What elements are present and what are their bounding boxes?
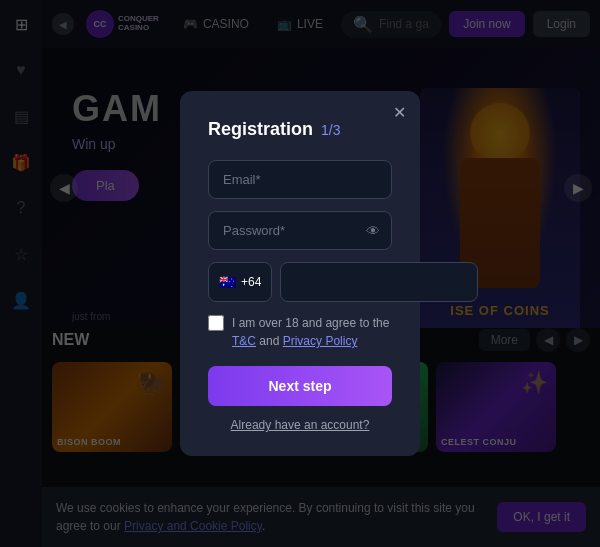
agree-text: I am over 18 and agree to the T&C and Pr…: [232, 314, 392, 350]
agree-message: I am over 18 and agree to the: [232, 316, 389, 330]
modal-step: 1/3: [321, 122, 340, 138]
phone-row: 🇦🇺 +64: [208, 262, 392, 302]
modal-overlay: ✕ Registration 1/3 👁 🇦🇺 +64 I am over 18…: [0, 0, 600, 547]
registration-modal: ✕ Registration 1/3 👁 🇦🇺 +64 I am over 18…: [180, 91, 420, 456]
agree-row: I am over 18 and agree to the T&C and Pr…: [208, 314, 392, 350]
and-text: and: [256, 334, 283, 348]
flag-icon: 🇦🇺: [219, 274, 236, 290]
password-input[interactable]: [208, 211, 392, 250]
modal-title-text: Registration: [208, 119, 313, 140]
email-input[interactable]: [208, 160, 392, 199]
agree-checkbox[interactable]: [208, 315, 224, 331]
password-toggle-icon[interactable]: 👁: [366, 223, 380, 239]
email-field-wrap: [208, 160, 392, 199]
country-select[interactable]: 🇦🇺 +64: [208, 262, 272, 302]
password-field-wrap: 👁: [208, 211, 392, 250]
already-account-link[interactable]: Already have an account?: [208, 418, 392, 432]
privacy-link[interactable]: Privacy Policy: [283, 334, 358, 348]
tc-link[interactable]: T&C: [232, 334, 256, 348]
phone-input[interactable]: [280, 262, 478, 302]
next-step-button[interactable]: Next step: [208, 366, 392, 406]
modal-title: Registration 1/3: [208, 119, 392, 140]
modal-close-button[interactable]: ✕: [393, 103, 406, 122]
phone-code: +64: [241, 275, 261, 289]
